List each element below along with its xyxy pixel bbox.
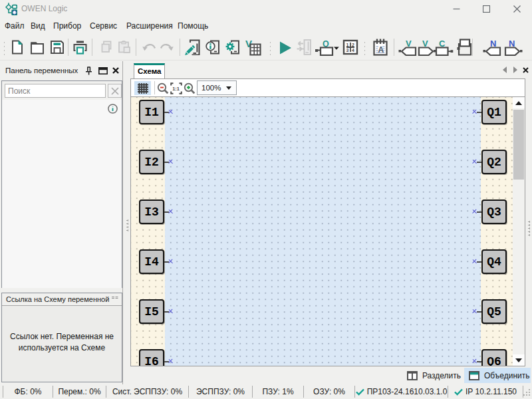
undo-button[interactable]: [142, 39, 158, 55]
zoom-in-button[interactable]: [183, 81, 196, 95]
connection-point[interactable]: [168, 110, 173, 114]
connection-point[interactable]: [472, 209, 477, 214]
pin-panel-button[interactable]: [82, 65, 94, 76]
redo-button[interactable]: [158, 39, 174, 55]
output-block-Q2[interactable]: Q2: [481, 150, 507, 174]
info-icon[interactable]: [108, 104, 118, 114]
menu-help[interactable]: Помощь: [178, 21, 208, 31]
zoom-level-dropdown[interactable]: 100%: [197, 80, 237, 95]
output-block-Q3[interactable]: Q3: [481, 200, 507, 224]
connection-point[interactable]: [472, 259, 477, 264]
save-project-button[interactable]: [49, 39, 65, 55]
toolbar-grip[interactable]: [362, 39, 365, 55]
start-simulation-button[interactable]: [277, 39, 293, 55]
connection-point[interactable]: [168, 160, 173, 164]
minimize-button[interactable]: [445, 0, 467, 17]
vertical-scrollbar[interactable]: [513, 97, 525, 366]
toggle-grid-button[interactable]: [134, 81, 151, 95]
connection-point[interactable]: [168, 259, 173, 264]
zoom-out-button[interactable]: [156, 81, 169, 95]
close-button[interactable]: [505, 0, 528, 17]
menu-service[interactable]: Сервис: [90, 21, 117, 31]
left-splitter[interactable]: [124, 61, 130, 384]
input-block-I3[interactable]: I3: [139, 200, 164, 224]
input-block-I6[interactable]: I6: [139, 349, 164, 366]
search-input[interactable]: [5, 84, 106, 98]
input-block-I4[interactable]: I4: [139, 249, 164, 274]
output-block-Q6[interactable]: Q6: [481, 349, 507, 366]
status-eeprom-label: ЭСППЗУ: 0%: [196, 387, 245, 396]
schema-canvas[interactable]: I1 I2 I3 I4 I5 I6 Q1 Q2 Q3 Q4 Q5 Q6: [131, 97, 525, 366]
input-variable-block-button[interactable]: V: [398, 39, 417, 55]
variables-table-button[interactable]: V: [245, 39, 261, 55]
output-block-Q5[interactable]: Q5: [481, 299, 507, 324]
tab-scroll-right-button[interactable]: [511, 65, 520, 74]
variables-panel-title: Панель переменных: [5, 66, 78, 74]
network-output-block-button[interactable]: N: [504, 39, 523, 55]
split-view-icon: [407, 371, 418, 380]
print-button[interactable]: [72, 39, 88, 55]
output-variable-block-button[interactable]: V: [418, 39, 436, 55]
constants-calendar-button[interactable]: A: [372, 39, 388, 55]
copy-button[interactable]: [98, 39, 114, 55]
tab-close-button[interactable]: [521, 65, 530, 74]
output-block-menu-button[interactable]: Q: [314, 39, 339, 55]
tab-schema[interactable]: Схема: [134, 63, 165, 78]
scroll-down-button[interactable]: [513, 354, 525, 366]
upload-to-device-button[interactable]: [296, 39, 312, 55]
variables-list[interactable]: [2, 100, 122, 288]
toolbar-grip[interactable]: [1, 39, 5, 55]
connection-point[interactable]: [168, 359, 173, 364]
right-splitter[interactable]: [525, 61, 532, 384]
check-icon: [356, 388, 364, 396]
connection-point[interactable]: [168, 209, 173, 214]
scroll-up-button[interactable]: [513, 97, 525, 108]
network-output-block-icon: N: [504, 39, 523, 56]
display-matrix-button[interactable]: 1 2 3 4: [342, 39, 358, 55]
menu-view[interactable]: Вид: [31, 21, 45, 31]
device-information-button[interactable]: [205, 39, 221, 55]
svg-text:3: 3: [346, 48, 349, 53]
scrollbar-thumb[interactable]: [513, 110, 524, 180]
device-configuration-button[interactable]: [225, 39, 241, 55]
restore-panel-button[interactable]: [97, 65, 109, 76]
status-eeprom: ЭСППЗУ: 0%: [188, 386, 252, 398]
split-view-label: Разделить: [422, 371, 461, 380]
input-block-I1[interactable]: I1: [139, 100, 164, 124]
input-block-label: I1: [144, 106, 159, 119]
network-input-block-button[interactable]: N: [483, 39, 501, 55]
zoom-original-button[interactable]: 1:1: [170, 81, 182, 95]
output-block-Q1[interactable]: Q1: [481, 100, 507, 124]
output-block-Q4[interactable]: Q4: [481, 249, 507, 274]
close-panel-button[interactable]: [110, 65, 122, 76]
paste-button[interactable]: [116, 39, 132, 55]
input-block-I5[interactable]: I5: [139, 299, 164, 324]
connection-point[interactable]: [472, 160, 477, 164]
menu-file[interactable]: Файл: [5, 21, 25, 31]
resize-grip[interactable]: [523, 388, 531, 396]
splitter-grip: [126, 218, 128, 233]
menu-device[interactable]: Прибор: [53, 21, 81, 31]
link-section-menu-icon[interactable]: [112, 296, 118, 301]
maximize-button[interactable]: [475, 0, 497, 17]
copy-icon: [99, 40, 114, 55]
save-project-icon: [50, 40, 65, 55]
connection-point[interactable]: [472, 110, 477, 114]
merge-view-button[interactable]: Объединить: [464, 368, 531, 383]
online-editor-button[interactable]: [185, 39, 201, 55]
open-project-button[interactable]: [29, 39, 45, 55]
constant-block-button[interactable]: C: [435, 39, 454, 55]
connection-point[interactable]: [168, 309, 173, 314]
split-view-button[interactable]: Разделить: [402, 368, 461, 383]
menu-extensions[interactable]: Расширения: [126, 21, 173, 31]
toolbar-grip[interactable]: [267, 39, 271, 55]
connection-point[interactable]: [472, 359, 477, 364]
search-clear-button[interactable]: [108, 84, 122, 98]
new-document-button[interactable]: [9, 39, 25, 55]
tab-scroll-left-button[interactable]: [500, 65, 509, 74]
canvas-grid-field[interactable]: [165, 97, 481, 366]
input-block-I2[interactable]: I2: [139, 150, 164, 174]
connection-point[interactable]: [472, 309, 477, 314]
macro-block-button[interactable]: [456, 39, 473, 55]
link-empty-text: Ссылок нет. Переменная не используется н…: [5, 331, 119, 354]
